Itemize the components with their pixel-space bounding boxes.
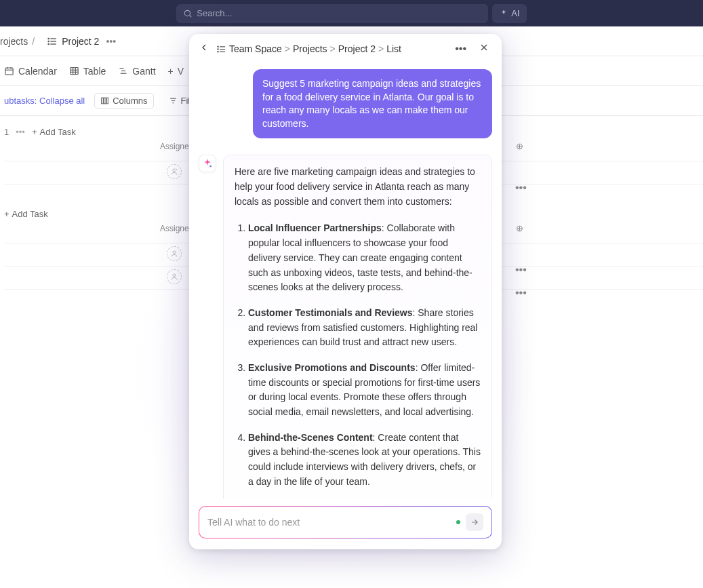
crumb-sep: / [32, 36, 35, 47]
svg-point-30 [173, 251, 176, 254]
row-more-icon[interactable]: ••• [515, 182, 527, 194]
row-more-icon[interactable]: ••• [515, 287, 527, 299]
svg-rect-8 [5, 68, 13, 75]
ai-crumb-1[interactable]: Projects [293, 43, 327, 54]
svg-rect-21 [104, 98, 106, 104]
crumb-sep: > [378, 43, 384, 54]
add-view-button[interactable]: + V [168, 66, 184, 77]
view-gantt[interactable]: Gantt [118, 66, 155, 77]
ai-footer [189, 499, 502, 549]
ai-close-button[interactable] [476, 39, 492, 58]
status-dot-icon [456, 520, 460, 524]
subtasks-collapse[interactable]: ubtasks: Collapse all [4, 96, 85, 106]
item-title: Local Influencer Partnerships [248, 222, 382, 233]
add-column-icon[interactable]: ⊕ [516, 141, 523, 151]
view-calendar-label: Calendar [18, 66, 57, 77]
group-more-icon[interactable]: ••• [16, 127, 25, 137]
calendar-icon [4, 66, 14, 76]
crumb-sep: > [285, 43, 290, 54]
ai-response: Here are five marketing campaign ideas a… [223, 155, 492, 499]
svg-line-1 [190, 15, 192, 17]
sparkle-icon [499, 9, 508, 18]
add-task-label: Add Task [39, 127, 75, 137]
ai-response-item: Behind-the-Scenes Content: Create conten… [248, 431, 481, 490]
svg-point-6 [48, 41, 49, 41]
svg-point-35 [218, 46, 218, 47]
send-button[interactable] [466, 513, 483, 531]
svg-point-31 [173, 274, 176, 277]
plus-icon: + [168, 66, 174, 77]
filter-icon [169, 96, 178, 105]
back-button[interactable] [199, 42, 209, 56]
ai-crumb-2[interactable]: Project 2 [338, 43, 376, 54]
user-message: Suggest 5 marketing campaign ideas and s… [253, 69, 492, 138]
add-view-label: V [178, 66, 184, 77]
plus-icon: + [32, 127, 37, 137]
view-gantt-label: Gantt [132, 66, 155, 77]
svg-rect-20 [102, 98, 104, 104]
ai-response-item: Exclusive Promotions and Discounts: Offe… [248, 361, 481, 420]
svg-rect-12 [71, 68, 78, 75]
add-task-label: Add Task [12, 209, 48, 219]
ai-top-button[interactable]: AI [492, 4, 526, 23]
ai-input-wrap[interactable] [199, 506, 492, 538]
columns-button[interactable]: Columns [94, 93, 153, 109]
svg-point-37 [218, 51, 218, 52]
search-input-wrap[interactable]: Search... [176, 4, 488, 23]
assignee-add-icon[interactable] [167, 246, 182, 261]
search-placeholder: Search... [197, 8, 481, 18]
ai-panel-header: Team Space > Projects > Project 2 > List… [189, 34, 502, 64]
svg-rect-22 [106, 98, 108, 104]
ai-crumb-3[interactable]: List [386, 43, 401, 54]
ai-response-item: Customer Testimonials and Reviews: Share… [248, 306, 481, 350]
ai-response-item: Local Influencer Partnerships: Collabora… [248, 221, 481, 294]
ai-response-list: Local Influencer Partnerships: Collabora… [235, 221, 481, 499]
ai-input[interactable] [207, 517, 451, 528]
list-icon [47, 36, 58, 47]
svg-point-36 [218, 48, 218, 49]
ai-more-button[interactable]: ••• [452, 40, 469, 58]
crumb-projects[interactable]: rojects [0, 36, 28, 47]
crumb-more-icon[interactable]: ••• [106, 36, 116, 47]
add-task-button-2[interactable]: +Add Task [4, 209, 48, 219]
view-table-label: Table [83, 66, 106, 77]
svg-point-7 [48, 43, 49, 44]
assignee-add-icon[interactable] [167, 269, 182, 284]
crumb-current[interactable]: Project 2 [62, 36, 99, 47]
ai-top-label: AI [511, 8, 519, 18]
add-task-button-1[interactable]: +Add Task [32, 127, 76, 137]
chevron-left-icon [199, 42, 209, 53]
svg-point-5 [48, 38, 49, 39]
ai-panel: Team Space > Projects > Project 2 > List… [189, 34, 502, 549]
ai-crumb-0[interactable]: Team Space [229, 43, 282, 54]
add-column-icon[interactable]: ⊕ [516, 223, 523, 233]
close-icon [479, 42, 489, 53]
svg-point-40 [209, 165, 212, 168]
ai-conversation: Suggest 5 marketing campaign ideas and s… [189, 64, 502, 499]
gantt-icon [118, 66, 128, 76]
columns-icon [100, 96, 109, 105]
item-title: Exclusive Promotions and Discounts [248, 362, 416, 373]
group-count: 1 [4, 127, 9, 137]
crumb-sep: > [330, 43, 336, 54]
table-icon [69, 66, 79, 76]
ai-response-wrap: Here are five marketing campaign ideas a… [199, 155, 492, 499]
send-icon [470, 517, 479, 527]
list-icon [216, 44, 226, 54]
ai-breadcrumb: Team Space > Projects > Project 2 > List [216, 43, 401, 54]
item-title: Customer Testimonials and Reviews [248, 307, 412, 318]
plus-icon: + [4, 209, 9, 219]
columns-label: Columns [113, 96, 147, 106]
top-bar: Search... AI [0, 0, 703, 26]
view-calendar[interactable]: Calendar [4, 66, 57, 77]
search-icon [183, 9, 193, 18]
ai-avatar [199, 155, 216, 172]
view-table[interactable]: Table [69, 66, 106, 77]
ai-response-intro: Here are five marketing campaign ideas a… [235, 165, 481, 209]
item-title: Behind-the-Scenes Content [248, 432, 373, 443]
assignee-add-icon[interactable] [167, 164, 182, 179]
assignee-header-1: Assigne [160, 142, 189, 151]
assignee-header-2: Assigne [160, 224, 189, 233]
svg-point-0 [185, 10, 190, 16]
sparkle-icon [202, 158, 213, 169]
